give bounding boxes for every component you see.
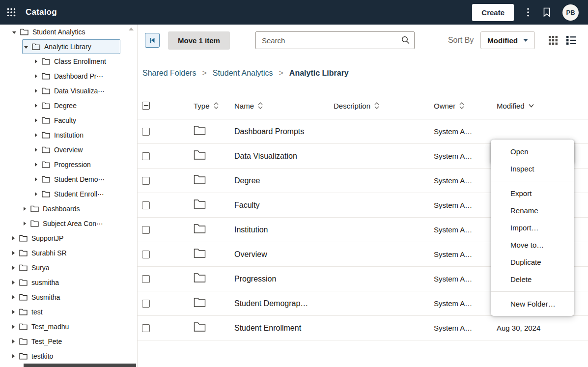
column-header[interactable]: Description bbox=[334, 102, 434, 110]
tree-item[interactable]: test bbox=[0, 305, 137, 319]
breadcrumb-item[interactable]: Shared Folders bbox=[142, 69, 213, 78]
menu-item[interactable]: New Folder… bbox=[491, 295, 574, 312]
caret-icon[interactable] bbox=[12, 354, 15, 358]
tree-item[interactable]: Class Enrollment bbox=[0, 54, 137, 69]
caret-icon[interactable] bbox=[12, 281, 15, 284]
tree-item[interactable]: Degree bbox=[0, 98, 137, 113]
menu-item[interactable]: Delete bbox=[491, 271, 574, 288]
caret-icon[interactable] bbox=[12, 339, 15, 343]
caret-icon[interactable] bbox=[12, 236, 15, 240]
row-name[interactable]: Degree bbox=[234, 176, 334, 185]
row-checkbox[interactable] bbox=[142, 128, 150, 136]
horizontal-scrollbar[interactable] bbox=[24, 364, 136, 367]
select-all-checkbox[interactable] bbox=[142, 102, 150, 110]
row-checkbox[interactable] bbox=[142, 251, 150, 258]
row-name[interactable]: Student Demograp… bbox=[234, 299, 334, 308]
caret-icon[interactable] bbox=[35, 74, 37, 78]
grid-view-icon[interactable] bbox=[549, 36, 558, 45]
row-name[interactable]: Data Visualization bbox=[234, 152, 334, 161]
row-checkbox[interactable] bbox=[142, 177, 150, 185]
topbar: Catalog Create PB bbox=[0, 0, 588, 25]
tree-item[interactable]: Student Analytics bbox=[0, 25, 137, 39]
column-header[interactable]: Type bbox=[194, 102, 234, 110]
row-checkbox[interactable] bbox=[142, 226, 150, 234]
tree-item[interactable]: Test_madhu bbox=[0, 319, 137, 334]
tree-item[interactable]: Surabhi SR bbox=[0, 246, 137, 260]
menu-item[interactable] bbox=[491, 291, 574, 292]
avatar[interactable]: PB bbox=[562, 4, 579, 21]
menu-item[interactable]: Inspect bbox=[491, 160, 574, 177]
overflow-menu-icon[interactable] bbox=[527, 8, 529, 17]
row-name[interactable]: Dashboard Prompts bbox=[234, 127, 334, 136]
caret-icon[interactable] bbox=[24, 222, 26, 226]
tree-item[interactable]: Subject Area Con⋯ bbox=[0, 216, 137, 231]
row-checkbox[interactable] bbox=[142, 152, 150, 160]
tree-item[interactable]: Student Enroll⋯ bbox=[0, 187, 137, 201]
breadcrumb-item[interactable]: Student Analytics bbox=[213, 69, 289, 78]
row-name[interactable]: Overview bbox=[234, 250, 334, 259]
scroll-up-icon[interactable] bbox=[129, 28, 134, 30]
tree-item[interactable]: susmitha bbox=[0, 275, 137, 290]
tree-item[interactable]: Faculty bbox=[0, 113, 137, 128]
menu-item[interactable] bbox=[491, 181, 574, 181]
list-view-icon[interactable] bbox=[566, 36, 576, 45]
caret-icon[interactable] bbox=[35, 163, 37, 167]
row-name[interactable]: Student Enrollment bbox=[234, 324, 334, 333]
column-header[interactable]: Name bbox=[234, 102, 334, 110]
row-name[interactable]: Progression bbox=[234, 275, 334, 283]
search-input[interactable] bbox=[255, 31, 415, 49]
tree-item[interactable]: Test_Pete bbox=[0, 334, 137, 349]
caret-icon[interactable] bbox=[12, 295, 15, 299]
tree-item[interactable]: Dashboards bbox=[0, 201, 137, 216]
caret-icon[interactable] bbox=[35, 192, 37, 196]
caret-icon[interactable] bbox=[35, 133, 37, 137]
tree-item[interactable]: Surya bbox=[0, 260, 137, 275]
row-checkbox[interactable] bbox=[142, 201, 150, 209]
caret-icon[interactable] bbox=[12, 266, 15, 270]
tree-item[interactable]: SupportJP bbox=[0, 231, 137, 246]
tree-item[interactable]: Data Visualiza⋯ bbox=[0, 84, 137, 98]
column-header[interactable]: Modified bbox=[497, 102, 576, 110]
search-icon[interactable] bbox=[401, 36, 410, 44]
move-items-button[interactable]: Move 1 item bbox=[168, 31, 230, 50]
menu-item[interactable]: Rename bbox=[491, 202, 574, 219]
tree-item[interactable]: Susmitha bbox=[0, 290, 137, 305]
caret-icon[interactable] bbox=[12, 325, 15, 329]
caret-icon[interactable] bbox=[35, 89, 37, 93]
menu-item[interactable]: Duplicate bbox=[491, 254, 574, 271]
create-button[interactable]: Create bbox=[472, 4, 514, 21]
column-header[interactable]: Owner bbox=[434, 102, 497, 110]
app-launcher-icon[interactable] bbox=[7, 8, 16, 17]
menu-item[interactable]: Open bbox=[491, 143, 574, 160]
collapse-selection-button[interactable] bbox=[145, 33, 160, 48]
menu-item[interactable]: Export bbox=[491, 185, 574, 202]
caret-icon[interactable] bbox=[12, 310, 15, 314]
sort-dropdown[interactable]: Modified bbox=[480, 31, 535, 49]
tree-item[interactable]: Analytic Library bbox=[22, 39, 120, 54]
tree-item[interactable]: Progression bbox=[0, 157, 137, 172]
caret-icon[interactable] bbox=[12, 31, 16, 34]
caret-icon[interactable] bbox=[35, 177, 37, 181]
bookmark-icon[interactable] bbox=[543, 7, 551, 17]
caret-icon[interactable] bbox=[35, 118, 37, 122]
tree-item[interactable]: Institution bbox=[0, 128, 137, 142]
row-checkbox[interactable] bbox=[142, 324, 150, 332]
caret-icon[interactable] bbox=[12, 251, 15, 255]
tree-item[interactable]: Overview bbox=[0, 142, 137, 157]
table-row[interactable]: Student Enrollment System A… Aug 30, 202… bbox=[138, 316, 588, 340]
tree-item[interactable]: Student Demo⋯ bbox=[0, 172, 137, 187]
caret-icon[interactable] bbox=[35, 59, 37, 63]
menu-item[interactable]: Move to… bbox=[491, 236, 574, 254]
menu-item[interactable]: Import… bbox=[491, 219, 574, 236]
tree-item[interactable]: Dashboard Pr⋯ bbox=[0, 69, 137, 84]
caret-icon[interactable] bbox=[24, 46, 28, 49]
caret-icon[interactable] bbox=[35, 104, 37, 108]
row-checkbox[interactable] bbox=[142, 275, 150, 283]
breadcrumb-item[interactable]: Analytic Library bbox=[289, 69, 349, 78]
tree-item[interactable]: testkito bbox=[0, 349, 137, 364]
caret-icon[interactable] bbox=[24, 207, 26, 211]
row-checkbox[interactable] bbox=[142, 300, 150, 308]
row-name[interactable]: Faculty bbox=[234, 201, 334, 210]
caret-icon[interactable] bbox=[35, 148, 37, 152]
row-name[interactable]: Institution bbox=[234, 226, 334, 234]
